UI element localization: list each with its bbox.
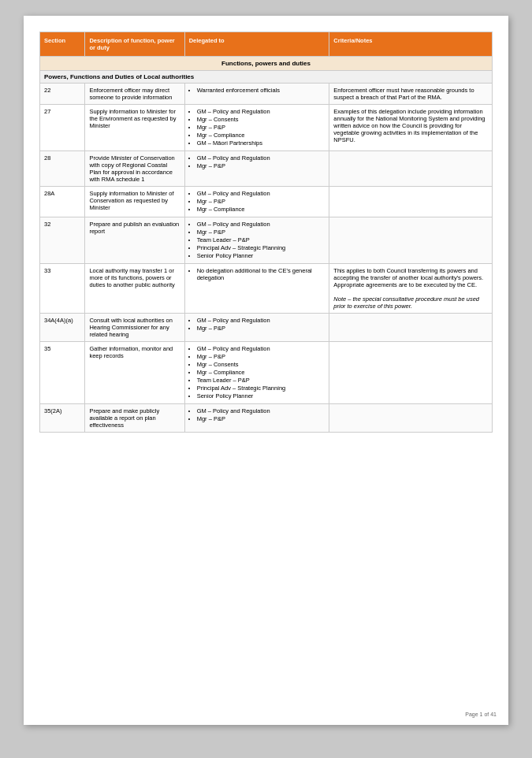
- table-header-row: Section Description of function, power o…: [40, 32, 493, 57]
- row-delegated: GM – Policy and Regulation Mgr – P&P: [184, 404, 329, 433]
- row-section: 34A(4A)(a): [40, 314, 85, 342]
- row-criteria: [329, 217, 493, 264]
- header-criteria: Criteria/Notes: [329, 32, 493, 57]
- row-delegated: Warranted enforcement officials: [184, 84, 329, 105]
- row-section: 35: [40, 342, 85, 404]
- row-delegated: GM – Policy and Regulation Mgr – P&P Mgr…: [184, 342, 329, 404]
- row-section: 28A: [40, 187, 85, 217]
- row-delegated: GM – Policy and Regulation Mgr – P&P Mgr…: [184, 187, 329, 217]
- table-row: 27 Supply information to Minister for th…: [40, 105, 493, 151]
- main-table: Section Description of function, power o…: [39, 32, 493, 433]
- table-row: 34A(4A)(a) Consult with local authoritie…: [40, 314, 493, 342]
- header-description: Description of function, power or duty: [85, 32, 184, 57]
- powers-banner-row: Powers, Functions and Duties of Local au…: [40, 71, 493, 84]
- row-criteria: [329, 187, 493, 217]
- row-criteria: This applies to both Council transferrin…: [329, 264, 493, 314]
- powers-banner-text: Powers, Functions and Duties of Local au…: [40, 71, 493, 84]
- table-row: 35(2A) Prepare and make publicly availab…: [40, 404, 493, 433]
- row-section: 27: [40, 105, 85, 151]
- row-section: 33: [40, 264, 85, 314]
- table-row: 22 Enforcement officer may direct someon…: [40, 84, 493, 105]
- row-description: Prepare and publish an evaluation report: [85, 217, 184, 264]
- row-section: 32: [40, 217, 85, 264]
- row-criteria: Examples of this delegation include prov…: [329, 105, 493, 151]
- functions-banner-row: Functions, powers and duties: [40, 57, 493, 71]
- row-delegated: GM – Policy and Regulation Mgr – P&P: [184, 151, 329, 187]
- row-description: Gather information, monitor and keep rec…: [85, 342, 184, 404]
- table-row: 33 Local authority may transfer 1 or mor…: [40, 264, 493, 314]
- row-description: Enforcement officer may direct someone t…: [85, 84, 184, 105]
- row-delegated: GM – Policy and Regulation Mgr – P&P: [184, 314, 329, 342]
- row-description: Supply information to Minister of Conser…: [85, 187, 184, 217]
- row-section: 35(2A): [40, 404, 85, 433]
- header-section: Section: [40, 32, 85, 57]
- table-row: 28 Provide Minister of Conservation with…: [40, 151, 493, 187]
- row-delegated: GM – Policy and Regulation Mgr – P&P Tea…: [184, 217, 329, 264]
- row-section: 22: [40, 84, 85, 105]
- row-section: 28: [40, 151, 85, 187]
- table-row: 32 Prepare and publish an evaluation rep…: [40, 217, 493, 264]
- row-description: Prepare and make publicly available a re…: [85, 404, 184, 433]
- row-delegated: GM – Policy and Regulation Mgr – Consent…: [184, 105, 329, 151]
- row-description: Local authority may transfer 1 or more o…: [85, 264, 184, 314]
- row-criteria: Enforcement officer must have reasonable…: [329, 84, 493, 105]
- page-number: Page 1 of 41: [465, 712, 497, 717]
- table-row: 35 Gather information, monitor and keep …: [40, 342, 493, 404]
- row-description: Supply information to Minister for the E…: [85, 105, 184, 151]
- functions-banner-text: Functions, powers and duties: [40, 57, 493, 71]
- row-criteria: [329, 151, 493, 187]
- row-criteria: [329, 404, 493, 433]
- header-delegated: Delegated to: [184, 32, 329, 57]
- row-description: Provide Minister of Conservation with co…: [85, 151, 184, 187]
- row-description: Consult with local authorities on Hearin…: [85, 314, 184, 342]
- row-criteria: [329, 342, 493, 404]
- page: Section Description of function, power o…: [24, 16, 508, 725]
- row-criteria: [329, 314, 493, 342]
- row-delegated: No delegation additional to the CE's gen…: [184, 264, 329, 314]
- table-row: 28A Supply information to Minister of Co…: [40, 187, 493, 217]
